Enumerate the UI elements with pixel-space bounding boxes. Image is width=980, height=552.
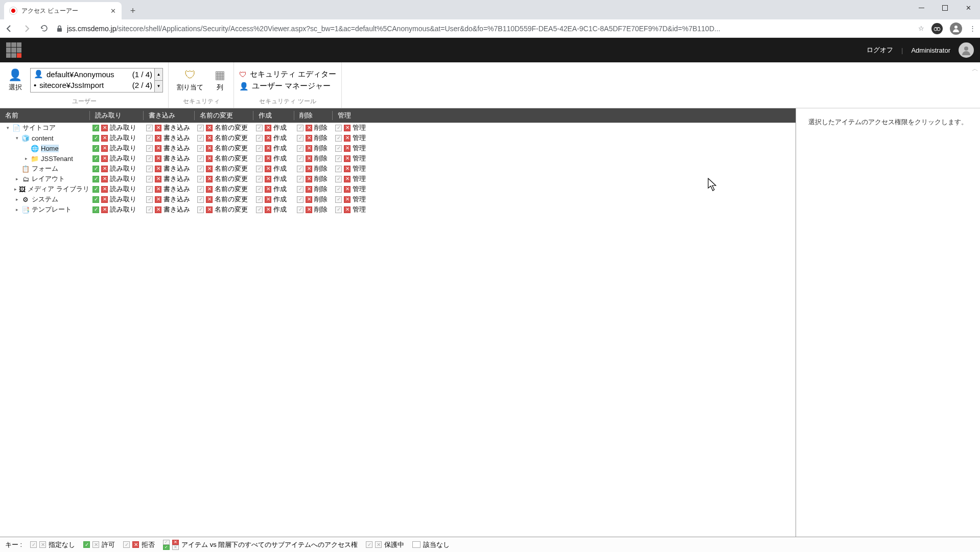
perm-cell[interactable]: ✓✕書き込み <box>143 164 194 173</box>
perm-cell[interactable]: ✓✕読み取り <box>89 195 143 204</box>
deny-icon[interactable]: ✕ <box>265 166 271 172</box>
perm-cell[interactable]: ✓✕読み取り <box>89 154 143 163</box>
perm-cell[interactable]: ✓✕名前の変更 <box>194 195 253 204</box>
allow-icon[interactable]: ✓ <box>297 176 304 182</box>
allow-icon[interactable]: ✓ <box>256 196 263 203</box>
perm-cell[interactable]: ✓✕削除 <box>294 174 332 183</box>
tree-row[interactable]: ▸⚙システム✓✕読み取り✓✕書き込み✓✕名前の変更✓✕作成✓✕削除✓✕管理 <box>0 194 796 204</box>
perm-cell[interactable]: ✓✕削除 <box>294 133 332 143</box>
deny-icon[interactable]: ✕ <box>101 125 108 131</box>
tree-row[interactable]: ▸🖼メディア ライブラリ✓✕読み取り✓✕書き込み✓✕名前の変更✓✕作成✓✕削除✓… <box>0 184 796 194</box>
deny-icon[interactable]: ✕ <box>155 155 161 162</box>
deny-icon[interactable]: ✕ <box>306 176 312 182</box>
perm-cell[interactable]: ✓✕作成 <box>253 133 294 143</box>
deny-icon[interactable]: ✕ <box>155 125 161 131</box>
allow-icon[interactable]: ✓ <box>92 155 99 162</box>
perm-cell[interactable]: ✓✕削除 <box>294 154 332 163</box>
perm-cell[interactable]: ✓✕名前の変更 <box>194 185 253 194</box>
deny-icon[interactable]: ✕ <box>344 176 351 182</box>
col-name[interactable]: 名前 <box>0 111 89 120</box>
allow-icon[interactable]: ✓ <box>146 206 153 213</box>
allow-icon[interactable]: ✓ <box>197 186 204 193</box>
perm-cell[interactable]: ✓✕管理 <box>332 133 373 143</box>
perm-cell[interactable]: ✓✕読み取り <box>89 164 143 173</box>
allow-icon[interactable]: ✓ <box>92 196 99 203</box>
allow-icon[interactable]: ✓ <box>197 176 204 182</box>
select-user-button[interactable]: 👤 選択 <box>5 67 25 93</box>
perm-cell[interactable]: ✓✕削除 <box>294 123 332 132</box>
user-manager-link[interactable]: 👤ユーザー マネージャー <box>239 81 336 91</box>
perm-cell[interactable]: ✓✕作成 <box>253 195 294 204</box>
assign-button[interactable]: 🛡 割り当て <box>174 67 206 93</box>
tree-node-label[interactable]: サイトコア <box>22 123 56 132</box>
deny-icon[interactable]: ✕ <box>206 206 213 213</box>
perm-cell[interactable]: ✓✕作成 <box>253 144 294 153</box>
perm-cell[interactable]: ✓✕読み取り <box>89 174 143 183</box>
deny-icon[interactable]: ✕ <box>101 145 108 152</box>
browser-tab[interactable]: アクセス ビューアー ✕ <box>4 2 122 19</box>
security-editor-link[interactable]: 🛡セキュリティ エディター <box>239 70 336 79</box>
perm-cell[interactable]: ✓✕書き込み <box>143 144 194 153</box>
allow-icon[interactable]: ✓ <box>197 196 204 203</box>
allow-icon[interactable]: ✓ <box>297 186 304 193</box>
allow-icon[interactable]: ✓ <box>146 135 153 142</box>
deny-icon[interactable]: ✕ <box>306 155 312 162</box>
perm-cell[interactable]: ✓✕書き込み <box>143 154 194 163</box>
deny-icon[interactable]: ✕ <box>265 155 271 162</box>
deny-icon[interactable]: ✕ <box>101 206 108 213</box>
deny-icon[interactable]: ✕ <box>265 135 271 142</box>
perm-cell[interactable]: ✓✕読み取り <box>89 133 143 143</box>
perm-cell[interactable]: ✓✕管理 <box>332 205 373 214</box>
perm-cell[interactable]: ✓✕作成 <box>253 185 294 194</box>
allow-icon[interactable]: ✓ <box>146 196 153 203</box>
user-account-list[interactable]: 👤default¥Anonymous(1 / 4) •sitecore¥JssI… <box>30 68 163 93</box>
perm-cell[interactable]: ✓✕書き込み <box>143 123 194 132</box>
perm-cell[interactable]: ✓✕作成 <box>253 174 294 183</box>
deny-icon[interactable]: ✕ <box>206 166 213 172</box>
col-read[interactable]: 読み取り <box>89 111 143 120</box>
perm-cell[interactable]: ✓✕名前の変更 <box>194 154 253 163</box>
allow-icon[interactable]: ✓ <box>92 125 99 131</box>
reload-button[interactable] <box>39 24 49 33</box>
allow-icon[interactable]: ✓ <box>297 125 304 131</box>
allow-icon[interactable]: ✓ <box>256 206 263 213</box>
perm-cell[interactable]: ✓✕削除 <box>294 205 332 214</box>
perm-cell[interactable]: ✓✕読み取り <box>89 205 143 214</box>
allow-icon[interactable]: ✓ <box>297 155 304 162</box>
perm-cell[interactable]: ✓✕削除 <box>294 164 332 173</box>
allow-icon[interactable]: ✓ <box>197 145 204 152</box>
allow-icon[interactable]: ✓ <box>146 145 153 152</box>
perm-cell[interactable]: ✓✕読み取り <box>89 185 143 194</box>
allow-icon[interactable]: ✓ <box>256 135 263 142</box>
perm-cell[interactable]: ✓✕読み取り <box>89 144 143 153</box>
perm-cell[interactable]: ✓✕管理 <box>332 164 373 173</box>
tree-expander[interactable]: ▸ <box>14 187 17 192</box>
perm-cell[interactable]: ✓✕削除 <box>294 144 332 153</box>
perm-cell[interactable]: ✓✕名前の変更 <box>194 133 253 143</box>
allow-icon[interactable]: ✓ <box>335 206 342 213</box>
deny-icon[interactable]: ✕ <box>101 176 108 182</box>
deny-icon[interactable]: ✕ <box>306 186 312 193</box>
perm-cell[interactable]: ✓✕削除 <box>294 195 332 204</box>
deny-icon[interactable]: ✕ <box>306 206 312 213</box>
perm-cell[interactable]: ✓✕管理 <box>332 154 373 163</box>
tree-node-label[interactable]: content <box>32 134 54 142</box>
new-tab-button[interactable]: + <box>126 4 140 18</box>
menu-icon[interactable]: ⋮ <box>969 25 976 32</box>
tree-expander[interactable]: ▸ <box>14 176 19 181</box>
perm-cell[interactable]: ✓✕作成 <box>253 123 294 132</box>
tree-node-label[interactable]: フォーム <box>32 164 58 173</box>
perm-cell[interactable]: ✓✕作成 <box>253 154 294 163</box>
perm-cell[interactable]: ✓✕管理 <box>332 123 373 132</box>
perm-cell[interactable]: ✓✕書き込み <box>143 133 194 143</box>
allow-icon[interactable]: ✓ <box>256 166 263 172</box>
allow-icon[interactable]: ✓ <box>335 155 342 162</box>
allow-icon[interactable]: ✓ <box>335 125 342 131</box>
tree-expander[interactable]: ▸ <box>14 197 19 202</box>
allow-icon[interactable]: ✓ <box>297 206 304 213</box>
deny-icon[interactable]: ✕ <box>344 135 351 142</box>
spin-up-button[interactable]: ▲ <box>155 68 162 81</box>
profile-avatar[interactable] <box>950 22 962 35</box>
deny-icon[interactable]: ✕ <box>306 135 312 142</box>
deny-icon[interactable]: ✕ <box>155 206 161 213</box>
